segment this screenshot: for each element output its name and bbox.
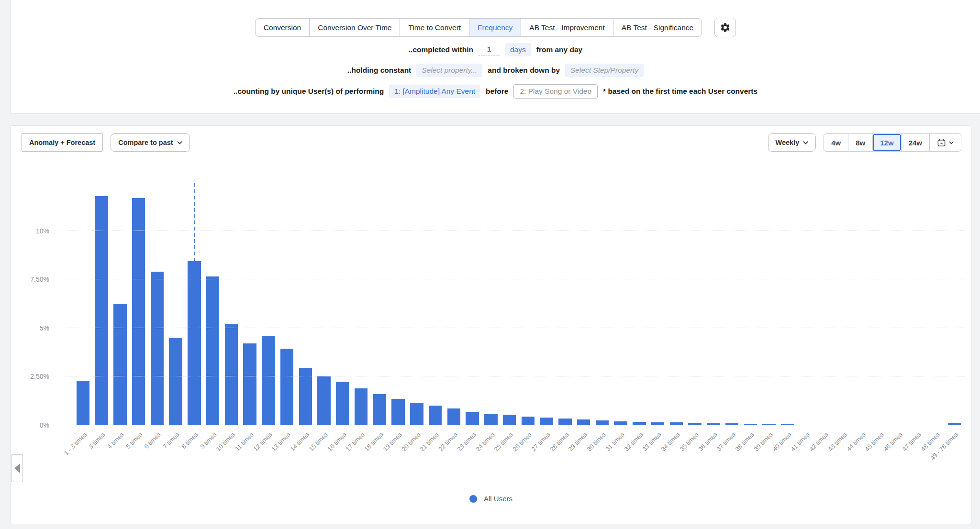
header-divider <box>11 6 980 6</box>
tab-ab-test-significance[interactable]: AB Test - Significance <box>613 18 702 37</box>
bar-slot <box>723 176 741 425</box>
compare-to-past-label: Compare to past <box>118 139 173 146</box>
chevron-down-icon <box>803 141 808 144</box>
tab-conversion-over-time[interactable]: Conversion Over Time <box>309 18 400 37</box>
bar-10-times[interactable] <box>225 324 238 425</box>
y-axis-label-0: 0% <box>11 421 49 430</box>
x-label-slot: 6 times <box>148 426 167 476</box>
bar-slot <box>556 176 575 425</box>
completed-within-unit-dropdown[interactable]: days <box>505 43 531 56</box>
tab-ab-test-improvement[interactable]: AB Test - Improvement <box>521 18 613 37</box>
from-any-day-label: from any day <box>536 45 582 54</box>
gear-icon <box>720 22 731 33</box>
bar-slot <box>203 176 222 425</box>
x-label-slot: 3 times <box>92 426 111 476</box>
gridline-5 <box>56 328 965 328</box>
bar-slot <box>92 176 111 425</box>
custom-date-range-button[interactable] <box>929 134 961 151</box>
collapse-panel-handle[interactable] <box>11 454 23 482</box>
frequency-chart-card: Anomaly + Forecast Compare to past Weekl… <box>11 125 971 524</box>
chart-legend: All Users <box>11 495 971 503</box>
x-label-slot: 1 - 3 times <box>74 426 92 476</box>
range-4w-button[interactable]: 4w <box>824 134 848 151</box>
bar-slot <box>815 176 834 425</box>
funnel-settings-card: ConversionConversion Over TimeTime to Co… <box>11 0 980 114</box>
bar-11-times[interactable] <box>243 343 256 425</box>
bar-7-times[interactable] <box>169 338 182 425</box>
bar-5-times[interactable] <box>132 198 145 425</box>
bar-slot <box>445 176 463 425</box>
legend-dot-all-users[interactable] <box>469 495 477 503</box>
date-range-group: 4w8w12w24w <box>824 133 961 152</box>
performing-event-pill[interactable]: 1: [Amplitude] Any Event <box>389 85 480 98</box>
bar-chart-plot: 1 - 3 times3 times4 times5 times6 times7… <box>56 176 965 425</box>
bar-slot <box>370 176 389 425</box>
bar-4-times[interactable] <box>113 304 127 425</box>
bar-slot <box>537 176 556 425</box>
bar-slot <box>760 176 779 425</box>
bar-slot <box>927 176 946 425</box>
bar-slot <box>871 176 890 425</box>
gridline-2-50 <box>56 376 965 376</box>
bar-slot <box>648 176 667 425</box>
tab-frequency[interactable]: Frequency <box>469 18 521 37</box>
gridline-10 <box>56 231 965 231</box>
bar-slot <box>334 176 352 425</box>
select-step-property-input[interactable]: Select Step/Property <box>565 64 644 77</box>
tab-time-to-convert[interactable]: Time to Convert <box>400 18 469 37</box>
bar-slot <box>278 176 296 425</box>
bar-15-times[interactable] <box>317 376 331 425</box>
tab-conversion[interactable]: Conversion <box>255 18 310 37</box>
bar-16-times[interactable] <box>336 382 349 425</box>
first-time-converts-note: * based on the first time each User conv… <box>603 87 757 96</box>
bar-slot <box>129 176 148 425</box>
bar-slot <box>389 176 408 425</box>
range-8w-button[interactable]: 8w <box>848 134 872 151</box>
bar-28-times[interactable] <box>558 419 572 425</box>
bar-19-times[interactable] <box>391 399 405 425</box>
bar-9-times[interactable] <box>206 276 220 425</box>
bar-12-times[interactable] <box>262 336 275 425</box>
bar-23-times[interactable] <box>466 412 479 425</box>
holding-constant-label: ..holding constant <box>347 66 411 75</box>
select-property-input[interactable]: Select property... <box>416 64 482 77</box>
range-24w-button[interactable]: 24w <box>901 134 929 151</box>
bar-slot <box>241 176 259 425</box>
bar-26-times[interactable] <box>522 417 535 425</box>
completed-within-value-input[interactable]: 1 <box>479 44 500 56</box>
bar-25-times[interactable] <box>503 415 516 425</box>
bar-24-times[interactable] <box>484 414 498 425</box>
bar-8-times[interactable] <box>188 261 201 425</box>
bar-22-times[interactable] <box>447 408 461 425</box>
compare-to-past-button[interactable]: Compare to past <box>111 133 189 152</box>
chevron-down-icon <box>949 141 954 144</box>
anomaly-forecast-button[interactable]: Anomaly + Forecast <box>22 133 103 152</box>
completed-within-label: ..completed within <box>409 45 473 54</box>
chart-header-left: Anomaly + Forecast Compare to past <box>22 133 190 152</box>
bar-slot <box>148 176 167 425</box>
bar-slot <box>704 176 723 425</box>
gridline-7-50 <box>56 279 965 279</box>
bar-6-times[interactable] <box>151 272 164 425</box>
bar-17-times[interactable] <box>355 388 368 425</box>
bar-21-times[interactable] <box>429 406 442 425</box>
chevron-down-icon <box>177 141 182 144</box>
chart-settings-button[interactable] <box>714 18 736 37</box>
bar-18-times[interactable] <box>373 394 387 425</box>
bar-slot <box>779 176 797 425</box>
interval-dropdown-button[interactable]: Weekly <box>768 133 816 152</box>
bar-slot <box>500 176 519 425</box>
target-event-select[interactable]: 2: Play Song or Video <box>513 84 598 99</box>
bar-slot <box>408 176 426 425</box>
bar-13-times[interactable] <box>280 349 294 425</box>
bar-slot <box>482 176 501 425</box>
x-axis-labels: 1 - 3 times3 times4 times5 times6 times7… <box>74 426 964 476</box>
bar-1-3-times[interactable] <box>77 381 90 425</box>
range-12w-button[interactable]: 12w <box>872 134 901 151</box>
bar-27-times[interactable] <box>540 418 553 425</box>
x-label-slot: 8 times <box>185 426 204 476</box>
interval-label: Weekly <box>776 139 800 146</box>
y-axis-label-5: 5% <box>11 324 49 332</box>
bar-20-times[interactable] <box>410 403 423 425</box>
average-frequency-marker <box>194 183 195 261</box>
